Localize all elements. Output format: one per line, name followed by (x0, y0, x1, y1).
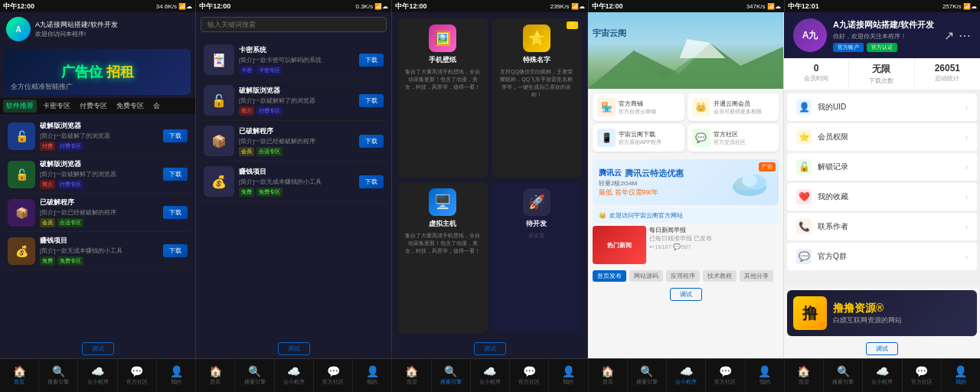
nav1-community[interactable]: 💬 官方社区 (118, 359, 157, 392)
arrow-icon: › (965, 103, 968, 112)
search-engine-icon: 🔍 (52, 365, 65, 377)
panel2-bottom: 调试 (196, 339, 391, 358)
special-name-card[interactable]: ⭐ 特殊名字 支持QQ微信空白昵称，王者荣耀昵称，QQ飞车手游雷竞名称等等，一键… (492, 18, 582, 178)
mountain-background (588, 12, 783, 89)
panel2-item-list: 🃏 卡密系统 [简介]一款卡密可以解码的系统 卡密 卡密专区 下载 🔓 破解版浏… (196, 37, 391, 339)
tab-source[interactable]: 网站源码 (629, 270, 663, 282)
official-badge: 官方账户 (833, 43, 864, 52)
nav4-home[interactable]: 🏠 首页 (589, 359, 628, 392)
panel1-item-list: 🔓 破解版浏览器 [简介]一款破解了的浏览器 付费 付费专区 下载 🔓 破解版浏… (0, 114, 195, 339)
nav2-community[interactable]: 💬 官方社区 (314, 359, 353, 392)
nav4-community[interactable]: 💬 官方社区 (706, 359, 745, 392)
tab-apps[interactable]: 应用程序 (666, 270, 700, 282)
nav5-cloud[interactable]: ☁️ 云小程序 (863, 359, 902, 392)
panel1-banner: 广告位 招租 全方位精准智能推广 (5, 49, 191, 95)
search-icon-5: 🔍 (837, 365, 850, 377)
tab-other[interactable]: 会 (150, 100, 163, 113)
menu-item-unlock[interactable]: 🔓 解锁记录 › (787, 153, 977, 181)
menu-vip[interactable]: 👑 开通云阁会员 会员可获得更多权限 (688, 93, 779, 121)
p2-download-btn-1[interactable]: 下载 (359, 54, 384, 67)
watermark-logo: 撸 (793, 296, 827, 330)
nav5-home[interactable]: 🏠 首页 (785, 359, 824, 392)
share-icon[interactable]: ↗ (944, 28, 954, 43)
community-icon-4: 💬 (719, 365, 732, 377)
panel-card-list: 🃏 卡密系统 [简介]一款卡密可以解码的系统 卡密 卡密专区 下载 🔓 破解版浏… (196, 12, 392, 358)
tab-paid[interactable]: 付费专区 (77, 100, 110, 113)
watermark-panel: 撸 撸撸资源® 白嫖互联网资源的网站 (787, 290, 977, 336)
nav3-home[interactable]: 🏠 首页 (392, 359, 431, 392)
more-icon[interactable]: ⋯ (959, 28, 971, 43)
uid-icon: 👤 (796, 100, 812, 115)
download-btn-1[interactable]: 下载 (163, 129, 188, 142)
menu-item-favorites[interactable]: ❤️ 我的收藏 › (787, 183, 977, 211)
avatar: A九 (793, 18, 827, 52)
tab-tutorials[interactable]: 技术教程 (703, 270, 737, 282)
menu-item-uid[interactable]: 👤 我的UID › (787, 93, 977, 121)
arrow-icon: › (965, 133, 968, 142)
status-bar-5: 中午12:01 257K/s 📶☁ (785, 0, 980, 12)
download-btn-2[interactable]: 下载 (163, 168, 188, 181)
menu-official-shop[interactable]: 🏪 官方商铺 官方自营云商铺 (593, 93, 684, 121)
nav1-profile[interactable]: 👤 我的 (157, 359, 195, 392)
nav1-home[interactable]: 🏠 首页 (0, 359, 39, 392)
panel4-try-button[interactable]: 调试 (670, 288, 702, 301)
nav4-search[interactable]: 🔍 搜索引擎 (628, 359, 667, 392)
p2-download-btn-4[interactable]: 下载 (359, 175, 384, 188)
nav5-profile[interactable]: 👤 我的 (942, 359, 980, 392)
panel3-bottom: 调试 (392, 339, 587, 358)
profile-stats: 0 会员时间 无限 下载次数 26051 启动统计 (784, 58, 980, 90)
stat-launches: 26051 启动统计 (915, 58, 980, 90)
nav1-search[interactable]: 🔍 搜索引擎 (39, 359, 78, 392)
menu-item-vip[interactable]: ⭐ 会员权限 › (787, 123, 977, 151)
pending-card[interactable]: 🚀 待开发 未设置 (492, 182, 582, 334)
panel-yunji-cloud: 宇宙云阁 🔍 开始畅想影视... 🏪 官方商铺 官方自营云商铺 👑 开通云阁会员… (588, 12, 784, 358)
menu-item-contact[interactable]: 📞 联系作者 › (787, 213, 977, 240)
nav2-home[interactable]: 🏠 首页 (196, 359, 235, 392)
crown-icon: 👑 (599, 212, 606, 219)
cloud-icon-2: ☁️ (287, 365, 300, 377)
arrow-icon: › (965, 223, 968, 231)
p2-icon-2: 🔓 (204, 85, 234, 116)
download-btn-4[interactable]: 下载 (163, 244, 188, 257)
community-icon: 💬 (692, 129, 710, 147)
nav3-cloud[interactable]: ☁️ 云小程序 (471, 359, 510, 392)
nav2-profile[interactable]: 👤 我的 (353, 359, 391, 392)
tab-cardkey[interactable]: 卡密专区 (40, 100, 74, 113)
download-btn-3[interactable]: 下载 (163, 206, 188, 219)
menu-item-qqgroup[interactable]: 💬 官方Q群 › (787, 243, 977, 270)
p2-download-btn-3[interactable]: 下载 (359, 135, 384, 148)
nav5-search[interactable]: 🔍 搜索引擎 (824, 359, 863, 392)
news-text: 每日新闻早报已每日精准早报 已发布↩18187 💬667 (649, 226, 779, 264)
search-input[interactable] (201, 17, 387, 32)
menu-app-download[interactable]: 📱 宇宙云阁下载 官方原创APP程序 (593, 124, 684, 152)
nav4-profile[interactable]: 👤 我的 (746, 359, 784, 392)
svg-marker-2 (680, 39, 726, 58)
panel5-try-button[interactable]: 调试 (866, 342, 898, 355)
panel1-try-button[interactable]: 调试 (82, 342, 114, 355)
nav3-community[interactable]: 💬 官方社区 (510, 359, 549, 392)
profile-icon-2: 👤 (366, 365, 379, 377)
panel4-bottom-tabs: 首页发布 网站源码 应用程序 技术教程 其他分享 (588, 267, 783, 285)
panel2-try-button[interactable]: 调试 (278, 342, 310, 355)
nav2-search[interactable]: 🔍 搜索引擎 (235, 359, 274, 392)
nav3-search[interactable]: 🔍 搜索引擎 (432, 359, 471, 392)
nav2-cloud[interactable]: ☁️ 云小程序 (275, 359, 314, 392)
nav4-cloud[interactable]: ☁️ 云小程序 (667, 359, 706, 392)
profile-icon-4: 👤 (758, 365, 771, 377)
virtual-host-card[interactable]: 🖥️ 虚拟主机 集合了大量高清手机壁纸，全自动采集更新！包含了动漫，美女，科技，… (398, 182, 488, 334)
arrow-icon: › (965, 253, 968, 261)
panel5-header: A九 A九诺接网站搭建/软件开发 你好，欢迎你关注本程序！ 官方账户 官方认证 … (784, 12, 980, 58)
wallpaper-card[interactable]: 🖼️ 手机壁纸 集合了大量高清手机壁纸，全自动采集更新！包含了动漫，美女，科技，… (398, 18, 488, 178)
community-icon-5: 💬 (915, 365, 928, 377)
tab-others[interactable]: 其他分享 (740, 270, 773, 282)
tab-free[interactable]: 免费专区 (113, 100, 147, 113)
p2-download-btn-2[interactable]: 下载 (359, 94, 384, 107)
nav1-cloud[interactable]: ☁️ 云小程序 (78, 359, 117, 392)
tab-homepage[interactable]: 首页发布 (593, 270, 626, 282)
search-icon-4: 🔍 (640, 365, 653, 377)
menu-community[interactable]: 💬 官方社区 官方交流社区 (688, 124, 779, 152)
panel3-try-button[interactable]: 调试 (474, 342, 506, 355)
nav5-community[interactable]: 💬 官方社区 (903, 359, 942, 392)
tab-software[interactable]: 软件推荐 (3, 100, 37, 113)
nav3-profile[interactable]: 👤 我的 (549, 359, 587, 392)
